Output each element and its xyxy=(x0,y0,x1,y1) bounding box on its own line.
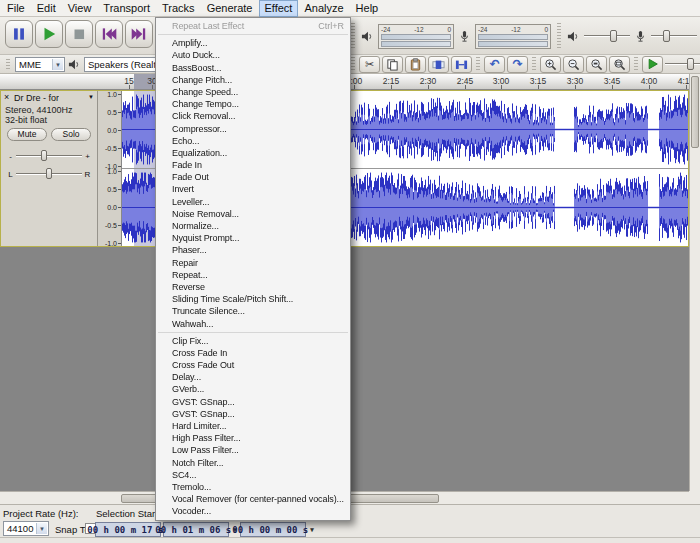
slider-thumb[interactable] xyxy=(46,168,52,179)
menu-effect[interactable]: Effect xyxy=(259,0,299,17)
output-volume-slider[interactable] xyxy=(584,28,630,44)
effect-menu-item[interactable]: SC4... xyxy=(156,469,350,481)
recording-meter[interactable]: -24-120 xyxy=(475,24,551,49)
solo-button[interactable]: Solo xyxy=(51,128,91,141)
effect-menu-item[interactable]: Notch Filter... xyxy=(156,457,350,469)
effect-menu-item[interactable]: Cross Fade Out xyxy=(156,359,350,371)
gain-slider[interactable]: - + xyxy=(7,149,91,163)
stop-button[interactable] xyxy=(65,20,93,48)
effect-menu-item[interactable]: Tremolo... xyxy=(156,481,350,493)
effect-menu-item[interactable]: Hard Limiter... xyxy=(156,420,350,432)
play-button[interactable] xyxy=(35,20,63,48)
effect-menu-item[interactable]: Normalize... xyxy=(156,220,350,232)
effect-menu-item[interactable]: Leveller... xyxy=(156,196,350,208)
zoom-out-button[interactable] xyxy=(563,56,584,73)
selection-end-field[interactable]: 00 h 01 m 06 s▾ xyxy=(163,522,229,537)
project-rate-select[interactable]: 44100 ▼ xyxy=(3,521,49,536)
effect-menu-item-label: Compressor... xyxy=(172,123,227,135)
effect-menu-item-label: Amplify... xyxy=(172,37,207,49)
redo-button[interactable]: ↷ xyxy=(507,56,528,73)
track-menu-arrow-icon[interactable]: ▼ xyxy=(88,94,94,100)
effect-menu-item-label: GVST: GSnap... xyxy=(172,396,235,408)
track-title[interactable]: Dr Dre - for xyxy=(14,93,59,103)
fit-selection-button[interactable] xyxy=(586,56,607,73)
effect-menu-item[interactable]: Change Speed... xyxy=(156,86,350,98)
input-volume-slider[interactable] xyxy=(651,28,697,44)
skip-start-button[interactable] xyxy=(95,20,123,48)
fit-project-button[interactable] xyxy=(609,56,630,73)
silence-button[interactable] xyxy=(451,56,472,73)
slider-thumb[interactable] xyxy=(663,30,670,42)
scale-tick xyxy=(118,166,121,167)
trim-button[interactable] xyxy=(428,56,449,73)
effect-menu-item[interactable]: Change Tempo... xyxy=(156,98,350,110)
vertical-scrollbar-thumb[interactable] xyxy=(691,76,699,148)
effect-menu-item[interactable]: Cross Fade In xyxy=(156,347,350,359)
effect-menu-item[interactable]: GVerb... xyxy=(156,383,350,395)
effect-menu-item[interactable]: Reverse xyxy=(156,281,350,293)
slider-thumb[interactable] xyxy=(610,30,617,42)
selection-start-field[interactable]: 00 h 00 m 17 s▾ xyxy=(95,522,161,537)
effect-menu-item[interactable]: Nyquist Prompt... xyxy=(156,232,350,244)
menu-transport[interactable]: Transport xyxy=(97,0,156,17)
playback-speed-slider[interactable] xyxy=(665,56,700,72)
menu-view[interactable]: View xyxy=(62,0,98,17)
effect-menu-item[interactable]: GVST: GSnap... xyxy=(156,408,350,420)
vertical-ruler[interactable]: 1.00.50.0-0.5-1.01.00.50.0-0.5-1.0 xyxy=(98,91,122,246)
effect-menu-item[interactable]: Truncate Silence... xyxy=(156,305,350,317)
effect-menu-item[interactable]: BassBoost... xyxy=(156,62,350,74)
menu-file[interactable]: File xyxy=(1,0,31,17)
effect-menu-item[interactable]: Vocal Remover (for center-panned vocals)… xyxy=(156,493,350,505)
effect-menu-item[interactable]: Click Removal... xyxy=(156,110,350,122)
zoom-in-button[interactable] xyxy=(540,56,561,73)
slider-thumb[interactable] xyxy=(41,150,47,161)
vertical-scale-label: 1.0 xyxy=(107,168,117,175)
pause-button[interactable] xyxy=(5,20,33,48)
pan-slider[interactable]: L R xyxy=(7,167,91,181)
effect-menu-item[interactable]: GVST: GSnap... xyxy=(156,396,350,408)
effect-menu-item[interactable]: Phaser... xyxy=(156,244,350,256)
audio-host-select[interactable]: MME ▼ xyxy=(15,57,65,72)
effect-menu-item[interactable]: Auto Duck... xyxy=(156,49,350,61)
menu-tracks[interactable]: Tracks xyxy=(156,0,201,17)
effect-menu-item[interactable]: Change Pitch... xyxy=(156,74,350,86)
gain-min-label: - xyxy=(7,152,14,161)
scale-tick xyxy=(118,94,121,95)
skip-end-button[interactable] xyxy=(125,20,153,48)
effect-menu-item[interactable]: Amplify... xyxy=(156,37,350,49)
effect-menu-item[interactable]: Sliding Time Scale/Pitch Shift... xyxy=(156,293,350,305)
menu-generate[interactable]: Generate xyxy=(201,0,259,17)
paste-button[interactable] xyxy=(405,56,426,73)
effect-menu-item[interactable]: Repeat Last EffectCtrl+R xyxy=(156,20,350,32)
effect-menu-item[interactable]: Echo... xyxy=(156,135,350,147)
effect-menu-item[interactable]: Fade Out xyxy=(156,171,350,183)
track-close-button[interactable]: × xyxy=(4,93,9,102)
audio-position-field[interactable]: 00 h 00 m 00 s▾ xyxy=(240,522,306,537)
effect-menu-item[interactable]: Repair xyxy=(156,257,350,269)
effect-menu-item[interactable]: Low Pass Filter... xyxy=(156,444,350,456)
slider-thumb[interactable] xyxy=(687,58,694,70)
mute-button[interactable]: Mute xyxy=(7,128,47,141)
toolbar-grip xyxy=(351,57,355,71)
effect-menu-item[interactable]: Fade In xyxy=(156,159,350,171)
playback-meter[interactable]: -24-120 xyxy=(378,24,454,49)
play-at-speed-button[interactable] xyxy=(642,56,663,73)
copy-button[interactable] xyxy=(382,56,403,73)
effect-menu-item[interactable]: Repeat... xyxy=(156,269,350,281)
vertical-scrollbar[interactable] xyxy=(689,74,700,491)
undo-button[interactable]: ↶ xyxy=(484,56,505,73)
effect-menu-item[interactable]: Wahwah... xyxy=(156,318,350,330)
effect-menu-item[interactable]: Equalization... xyxy=(156,147,350,159)
effect-menu-item[interactable]: Invert xyxy=(156,183,350,195)
cut-button[interactable]: ✂ xyxy=(359,56,380,73)
menu-edit[interactable]: Edit xyxy=(31,0,62,17)
effect-menu-item[interactable]: Clip Fix... xyxy=(156,335,350,347)
menu-analyze[interactable]: Analyze xyxy=(298,0,349,17)
effect-menu-item[interactable]: Compressor... xyxy=(156,123,350,135)
effect-menu-item[interactable]: Delay... xyxy=(156,371,350,383)
effect-menu-item[interactable]: Noise Removal... xyxy=(156,208,350,220)
menu-help[interactable]: Help xyxy=(350,0,385,17)
effect-menu-item[interactable]: Vocoder... xyxy=(156,505,350,517)
effect-menu-item[interactable]: High Pass Filter... xyxy=(156,432,350,444)
effect-menu: Repeat Last EffectCtrl+RAmplify...Auto D… xyxy=(155,17,351,521)
